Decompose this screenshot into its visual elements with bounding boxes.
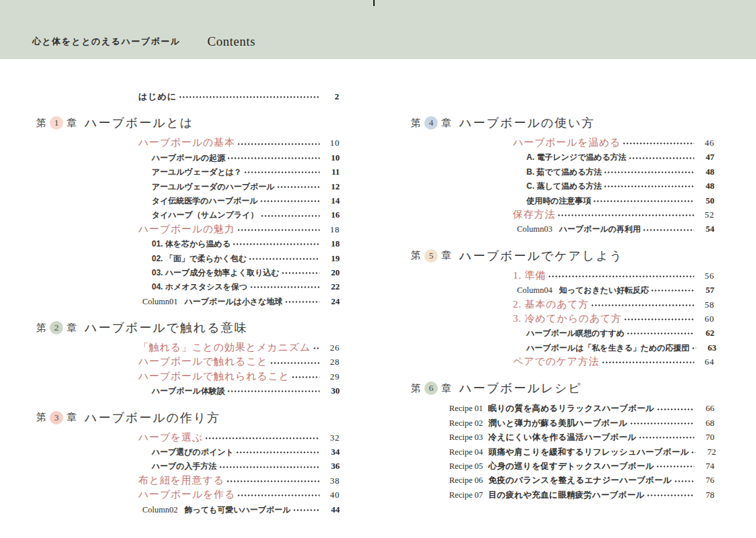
chapter-prefix-label: 第 bbox=[36, 322, 46, 334]
toc-entry: Column04知っておきたい好転反応57 bbox=[411, 283, 714, 297]
toc-entry-page: 60 bbox=[698, 312, 714, 326]
chapter-heading: 第3章ハーブボールの作り方 bbox=[36, 409, 340, 427]
toc-entry-title: 1. 準備 bbox=[513, 269, 546, 283]
toc-entry: ハーブボールを作る40 bbox=[36, 488, 340, 502]
dot-leader bbox=[594, 200, 694, 202]
toc-entry: 3. 冷めてからのあて方60 bbox=[411, 312, 714, 326]
chapter-prefix-label: 第 bbox=[36, 117, 46, 130]
toc-entry: ハーブボールの魅力18 bbox=[36, 222, 340, 236]
dot-leader bbox=[692, 347, 696, 349]
toc-entry: 1. 準備56 bbox=[411, 269, 714, 283]
dot-leader bbox=[692, 451, 696, 453]
dot-leader bbox=[205, 437, 320, 439]
toc-entry: Column03ハーブボールの再利用54 bbox=[411, 222, 714, 236]
toc-column-right: 第4章ハーブボールの使い方ハーブボールを温める46A. 電子レンジで温める方法4… bbox=[411, 59, 714, 502]
toc-entry-page: 11 bbox=[324, 165, 340, 179]
toc-entry: ハーブ選びのポイント34 bbox=[36, 445, 340, 459]
chapter-prefix-label: 第 bbox=[411, 382, 421, 395]
dot-leader bbox=[549, 275, 694, 277]
chapter-number-badge: 4 bbox=[424, 116, 438, 130]
toc-entry: C. 蒸して温める方法48 bbox=[411, 179, 714, 193]
dot-leader bbox=[285, 301, 320, 303]
toc-entry-title: 「触れる」ことの効果とメカニズム bbox=[138, 341, 311, 355]
chapter-heading: 第6章ハーブボールレシピ bbox=[411, 379, 714, 397]
chapter-suffix-label: 章 bbox=[441, 382, 451, 395]
toc-entry-page: 32 bbox=[324, 431, 340, 445]
toc-entry-title: ハーブボールの起源 bbox=[152, 151, 225, 165]
dot-leader bbox=[244, 171, 320, 173]
book-title: 心と体をととのえるハーブボール bbox=[32, 36, 181, 48]
toc-entry-title: ハーブボールを温める bbox=[513, 136, 620, 150]
toc-entry-page: 54 bbox=[698, 222, 714, 236]
toc-entry: はじめに2 bbox=[36, 89, 340, 103]
dot-leader bbox=[314, 347, 320, 349]
toc-entry-title: 保存方法 bbox=[513, 208, 555, 222]
toc-entry-page: 56 bbox=[698, 269, 714, 283]
toc-entry-title: タイハーブ（サムンプライ） bbox=[152, 208, 258, 222]
toc-entry: ハーブを選ぶ32 bbox=[36, 431, 340, 445]
toc-entry-title: 01. 体を芯から温める bbox=[152, 237, 230, 251]
toc-entry-title: C. 蒸して温める方法 bbox=[526, 179, 602, 193]
dot-leader bbox=[639, 437, 694, 439]
dot-leader bbox=[293, 509, 320, 511]
dot-leader bbox=[250, 286, 320, 288]
chapter-number-badge: 5 bbox=[424, 249, 438, 263]
toc-entry: 02. 「面」で柔らかく包む19 bbox=[36, 251, 340, 265]
toc-entry-title: 目の疲れや充血に眼精疲労ハーブボール bbox=[488, 488, 645, 502]
toc-entry-title: ハーブを選ぶ bbox=[138, 431, 203, 445]
chapter-prefix-label: 第 bbox=[411, 117, 421, 130]
toc-entry: ハーブボールの基本10 bbox=[36, 136, 340, 150]
toc-entry-label: Recipe 06 bbox=[449, 474, 483, 488]
toc-entry-title: はじめに bbox=[138, 89, 177, 103]
toc-entry-title: 04. ホメオスタシスを保つ bbox=[152, 280, 248, 294]
toc-entry: Recipe 06免疫のバランスを整えるエナジーハーブボール76 bbox=[411, 473, 714, 487]
chapter-title: ハーブボールの使い方 bbox=[459, 115, 596, 131]
chapter-number-badge: 6 bbox=[424, 382, 438, 395]
toc-entry: 使用時の注意事項50 bbox=[411, 193, 714, 208]
chapter-suffix-label: 章 bbox=[441, 249, 451, 262]
toc-entry-page: 20 bbox=[324, 265, 340, 279]
toc-entry: 04. ホメオスタシスを保つ22 bbox=[36, 279, 340, 294]
toc-entry: ペアでのケア方法64 bbox=[411, 355, 714, 369]
toc-entry-title: アーユルヴェーダとは？ bbox=[152, 165, 242, 179]
toc-entry-page: 48 bbox=[698, 179, 714, 193]
toc-entry-title: 頭痛や肩こりを緩和するリフレッシュハーブボール bbox=[488, 445, 689, 459]
toc-entry-page: 46 bbox=[698, 136, 714, 150]
toc-entry-page: 2 bbox=[324, 89, 340, 103]
toc-entry-page: 19 bbox=[324, 251, 340, 265]
toc-entry-title: 知っておきたい好転反応 bbox=[559, 283, 649, 298]
toc-entry-page: 76 bbox=[698, 473, 714, 487]
toc-entry-page: 12 bbox=[324, 179, 340, 193]
toc-entry-page: 72 bbox=[700, 445, 716, 459]
toc-entry-title: 眠りの質を高めるリラックスハーブボール bbox=[488, 402, 654, 416]
toc-entry-page: 34 bbox=[324, 445, 340, 459]
toc-entry-page: 24 bbox=[324, 294, 340, 308]
dot-leader bbox=[228, 390, 320, 392]
toc-entry-page: 62 bbox=[698, 326, 714, 340]
toc-entry-title: ハーブボールを作る bbox=[138, 488, 235, 502]
toc-column-left: はじめに2第1章ハーブボールとはハーブボールの基本10ハーブボールの起源10アー… bbox=[36, 59, 340, 517]
chapter-suffix-label: 章 bbox=[66, 322, 77, 334]
toc-entry: タイハーブ（サムンプライ）16 bbox=[36, 208, 340, 222]
dot-leader bbox=[261, 215, 320, 217]
toc-entry-page: 36 bbox=[324, 459, 340, 473]
dot-leader bbox=[261, 200, 320, 202]
chapter-suffix-label: 章 bbox=[441, 117, 451, 130]
toc-entry-page: 30 bbox=[324, 384, 340, 398]
toc-entry-title: アーユルヴェーダのハーブボール bbox=[152, 180, 275, 194]
contents-heading: Contents bbox=[207, 35, 256, 48]
toc-entry-title: A. 電子レンジで温める方法 bbox=[526, 150, 626, 165]
toc-entry-label: Column01 bbox=[142, 295, 178, 309]
toc-entry-page: 22 bbox=[324, 279, 340, 294]
toc-entry-label: Recipe 07 bbox=[449, 488, 483, 502]
toc-entry-title: B. 茹でて温める方法 bbox=[526, 165, 602, 179]
toc-entry-title: 免疫のバランスを整えるエナジーハーブボール bbox=[488, 474, 671, 488]
toc-entry-title: ハーブボールで触れること bbox=[138, 355, 268, 369]
toc-entry-title: ハーブボールで触れられること bbox=[138, 369, 289, 384]
dot-leader bbox=[227, 480, 320, 482]
chapter-suffix-label: 章 bbox=[66, 117, 77, 130]
toc-entry-label: Recipe 05 bbox=[449, 459, 483, 474]
toc-entry: ハーブボールの起源10 bbox=[36, 150, 340, 165]
chapter-number-badge: 1 bbox=[50, 116, 63, 130]
dot-leader bbox=[647, 494, 694, 496]
